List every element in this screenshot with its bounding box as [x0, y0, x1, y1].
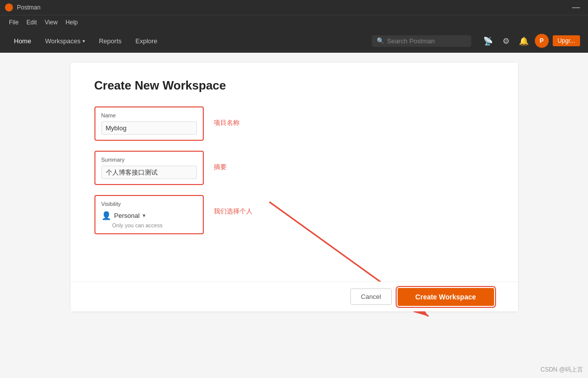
name-input[interactable] [101, 121, 197, 135]
search-icon: 🔍 [377, 37, 384, 44]
summary-label: Summary [101, 157, 197, 163]
nav-explore[interactable]: Explore [130, 34, 164, 48]
app-title: Postman [17, 4, 569, 11]
visibility-row: Visibility 👤 Personal ▾ Only you can acc… [94, 195, 494, 234]
nav-home[interactable]: Home [8, 34, 37, 48]
menu-view[interactable]: View [41, 18, 62, 27]
upgrade-button[interactable]: Upgr... [553, 35, 580, 46]
summary-input[interactable] [101, 166, 197, 179]
menu-edit[interactable]: Edit [22, 18, 41, 27]
visibility-box: Visibility 👤 Personal ▾ Only you can acc… [94, 195, 204, 234]
create-workspace-button[interactable]: Create Workspace [398, 288, 494, 306]
visibility-hint: 我们选择个人 [214, 195, 252, 216]
user-avatar[interactable]: P [535, 34, 549, 48]
visibility-value: Personal [114, 212, 140, 219]
nav-workspaces[interactable]: Workspaces ▾ [39, 34, 91, 48]
app-logo [5, 3, 13, 11]
nav-reports[interactable]: Reports [93, 34, 128, 48]
form-title: Create New Workspace [94, 79, 494, 93]
settings-icon[interactable]: ⚙ [499, 34, 513, 48]
visibility-label: Visibility [101, 201, 197, 207]
watermark: CSDN @码上言 [540, 366, 583, 374]
create-workspace-form: Create New Workspace Name 项目名称 Summary 摘… [71, 63, 518, 311]
workspaces-chevron-icon: ▾ [83, 38, 85, 44]
name-hint: 项目名称 [214, 106, 240, 127]
menubar: File Edit View Help [0, 15, 588, 29]
nav-right-actions: 📡 ⚙ 🔔 P Upgr... [481, 34, 580, 48]
minimize-button[interactable]: — [569, 3, 583, 12]
person-icon: 👤 [101, 211, 111, 220]
search-bar[interactable]: 🔍 Search Postman [372, 35, 471, 47]
summary-row: Summary 摘要 [94, 151, 494, 185]
bottom-bar: Cancel Create Workspace [71, 282, 518, 311]
menu-help[interactable]: Help [62, 18, 82, 27]
name-field-box: Name [94, 106, 204, 141]
cancel-button[interactable]: Cancel [350, 288, 391, 305]
bell-icon[interactable]: 🔔 [517, 34, 531, 48]
search-placeholder: Search Postman [387, 37, 435, 45]
satellite-icon[interactable]: 📡 [481, 34, 495, 48]
visibility-description: Only you can access [101, 222, 197, 228]
summary-field-box: Summary [94, 151, 204, 185]
visibility-chevron-icon: ▾ [143, 212, 146, 219]
summary-hint: 摘要 [214, 151, 227, 172]
name-row: Name 项目名称 [94, 106, 494, 141]
titlebar: Postman — [0, 0, 588, 15]
visibility-select[interactable]: 👤 Personal ▾ [101, 211, 197, 220]
navbar: Home Workspaces ▾ Reports Explore 🔍 Sear… [0, 29, 588, 53]
menu-file[interactable]: File [5, 18, 22, 27]
main-content: Create New Workspace Name 项目名称 Summary 摘… [0, 53, 588, 378]
name-label: Name [101, 112, 197, 118]
